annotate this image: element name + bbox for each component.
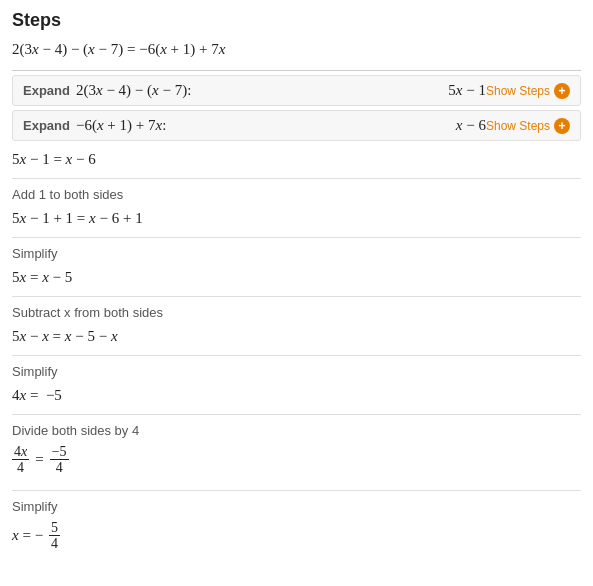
divider-3 <box>12 296 581 297</box>
expand-result-1: 5x − 1 <box>441 82 486 99</box>
step5-equation: 4x = −5 <box>12 381 581 408</box>
step6-equals: = <box>35 451 43 468</box>
step7-label: Simplify <box>12 499 581 514</box>
divider-4 <box>12 355 581 356</box>
main-equation: 2(3x − 4) − (x − 7) = −6(x + 1) + 7x <box>12 39 581 60</box>
page-container: Steps 2(3x − 4) − (x − 7) = −6(x + 1) + … <box>0 0 593 580</box>
step7-fraction: 5 4 <box>49 520 60 552</box>
show-steps-label-2: Show Steps <box>486 119 550 133</box>
show-steps-icon-1: + <box>554 83 570 99</box>
step6-frac-left-num: 4x <box>12 444 29 460</box>
step3-label: Simplify <box>12 246 581 261</box>
step2-equation: 5x − 1 + 1 = x − 6 + 1 <box>12 204 581 231</box>
show-steps-button-1[interactable]: Show Steps + <box>486 83 570 99</box>
step6-equation: 4x 4 = −5 4 <box>12 440 581 484</box>
step6-frac-right-num: −5 <box>50 444 69 460</box>
step5-label: Simplify <box>12 364 581 379</box>
step6-fraction-left: 4x 4 <box>12 444 29 476</box>
step4-label: Subtract x from both sides <box>12 305 581 320</box>
expand-row-1: Expand 2(3x − 4) − (x − 7): 5x − 1 Show … <box>12 75 581 106</box>
step7-x: x = − <box>12 527 43 544</box>
expand-result-2: x − 6 <box>448 117 486 134</box>
expand-expression-2: −6(x + 1) + 7x: <box>76 117 440 134</box>
step2-label: Add 1 to both sides <box>12 187 581 202</box>
step7-frac-den: 4 <box>49 536 60 551</box>
divider-1 <box>12 178 581 179</box>
step6-fraction-right: −5 4 <box>50 444 69 476</box>
divider-top <box>12 70 581 71</box>
expand-row-2: Expand −6(x + 1) + 7x: x − 6 Show Steps … <box>12 110 581 141</box>
expand-label-1: Expand <box>23 83 70 98</box>
step3-equation: 5x = x − 5 <box>12 263 581 290</box>
show-steps-button-2[interactable]: Show Steps + <box>486 118 570 134</box>
divider-5 <box>12 414 581 415</box>
step1-equation: 5x − 1 = x − 6 <box>12 145 581 172</box>
expand-expression-1: 2(3x − 4) − (x − 7): <box>76 82 433 99</box>
step7-frac-num: 5 <box>49 520 60 536</box>
step6-label: Divide both sides by 4 <box>12 423 581 438</box>
show-steps-label-1: Show Steps <box>486 84 550 98</box>
steps-title: Steps <box>12 10 581 31</box>
step6-frac-right-den: 4 <box>54 460 65 475</box>
step7-equation: x = − 5 4 <box>12 516 581 560</box>
show-steps-icon-2: + <box>554 118 570 134</box>
expand-label-2: Expand <box>23 118 70 133</box>
divider-2 <box>12 237 581 238</box>
step4-equation: 5x − x = x − 5 − x <box>12 322 581 349</box>
divider-6 <box>12 490 581 491</box>
step6-frac-left-den: 4 <box>15 460 26 475</box>
